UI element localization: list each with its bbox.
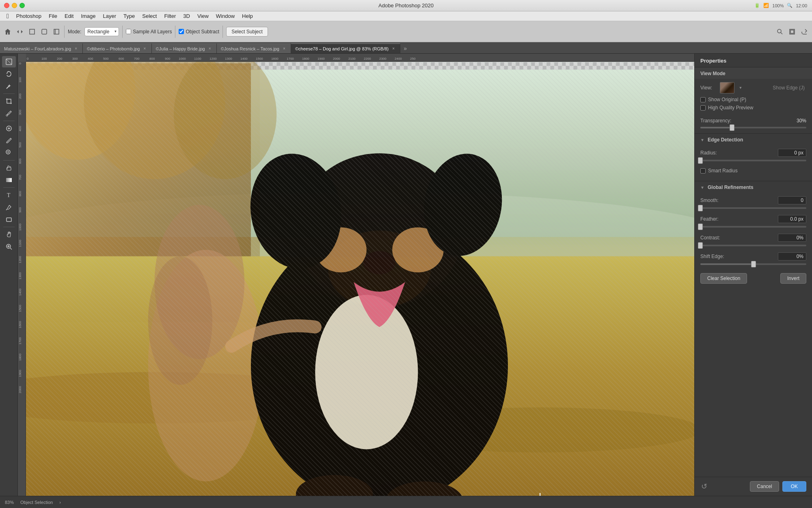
high-quality-checkbox[interactable]	[700, 105, 706, 111]
canvas-area[interactable]	[26, 62, 694, 496]
contrast-slider-container	[695, 245, 812, 251]
minimize-button[interactable]	[12, 3, 17, 8]
menu-3d[interactable]: 3D	[180, 12, 193, 20]
menu-filter[interactable]: Filter	[161, 12, 179, 20]
sample-layers-label[interactable]: Sample All Layers	[126, 29, 172, 35]
menu-image[interactable]: Image	[78, 12, 99, 20]
tab-1[interactable]: ©dtiberio – Photobomb.jpg ×	[83, 43, 151, 53]
tool-lasso[interactable]	[2, 68, 16, 80]
menu-file[interactable]: File	[45, 12, 60, 20]
tab-3-close[interactable]: ×	[282, 46, 287, 51]
traffic-lights[interactable]	[0, 3, 25, 8]
menu-select[interactable]: Select	[139, 12, 160, 20]
tab-3[interactable]: ©Joshua Resnick – Tacos.jpg ×	[217, 43, 291, 53]
radius-input[interactable]	[778, 149, 806, 157]
mode-select-wrapper[interactable]: Rectangle Lasso	[84, 27, 119, 36]
global-refinements-header[interactable]: ▼ Global Refinements	[695, 181, 812, 193]
tool-select1[interactable]	[28, 27, 37, 36]
tool-select2[interactable]	[40, 27, 49, 36]
tool-eraser[interactable]	[2, 162, 16, 174]
object-subtract-checkbox[interactable]	[179, 29, 184, 34]
tool-type[interactable]: T	[2, 189, 16, 201]
view-thumbnail[interactable]	[720, 82, 734, 93]
tab-1-close[interactable]: ×	[143, 46, 147, 51]
edge-detection-header[interactable]: ▼ Edge Detection	[695, 134, 812, 146]
high-quality-label: High Quality Preview	[708, 105, 753, 111]
menu-type[interactable]: Type	[120, 12, 138, 20]
tool-zoom[interactable]	[2, 241, 16, 252]
share-button[interactable]	[800, 27, 809, 36]
home-button[interactable]	[3, 27, 12, 36]
tab-2-close[interactable]: ×	[207, 46, 212, 51]
apple-menu[interactable]: 	[3, 13, 12, 20]
shift-edge-input[interactable]	[778, 252, 806, 261]
radius-slider-thumb[interactable]	[698, 157, 703, 164]
smooth-slider-track[interactable]	[700, 207, 806, 209]
tool-selection[interactable]	[2, 56, 16, 67]
tab-4-close[interactable]: ×	[391, 46, 396, 51]
frame-button[interactable]	[788, 27, 797, 36]
tab-4-active[interactable]: ©cheese78 – Dog and Girl.jpg @ 83% (RGB/…	[291, 43, 400, 53]
maximize-button[interactable]	[19, 3, 25, 8]
radius-row: Radius:	[695, 148, 812, 158]
tool-eyedropper[interactable]	[2, 108, 16, 119]
svg-point-38	[148, 256, 212, 385]
smooth-input[interactable]	[778, 196, 806, 204]
feather-slider-track[interactable]	[700, 226, 806, 228]
menu-window[interactable]: Window	[213, 12, 238, 20]
search-icon[interactable]: 🔍	[787, 3, 793, 8]
tool-crop[interactable]	[2, 96, 16, 107]
tool-hand[interactable]	[2, 229, 16, 240]
tab-0-close[interactable]: ×	[73, 46, 78, 51]
tabs-overflow-button[interactable]: »	[400, 43, 410, 53]
cancel-button[interactable]: Cancel	[750, 481, 779, 492]
tool-brush[interactable]	[2, 135, 16, 146]
tool-clone[interactable]	[2, 147, 16, 158]
tab-0[interactable]: Matuszewski – FourLabradors.jpg ×	[0, 43, 83, 53]
tool-gradient[interactable]	[2, 174, 16, 186]
mode-select[interactable]: Rectangle Lasso	[84, 27, 119, 36]
radius-slider-track[interactable]	[700, 160, 806, 161]
smart-radius-checkbox[interactable]	[700, 168, 706, 174]
radius-label: Radius:	[700, 150, 735, 156]
view-dropdown-arrow[interactable]: ▼	[738, 85, 743, 91]
tab-2[interactable]: ©Julia – Happy Bride.jpg ×	[152, 43, 217, 53]
ok-button[interactable]: OK	[782, 481, 806, 492]
contrast-input[interactable]	[778, 234, 806, 242]
clear-selection-button[interactable]: Clear Selection	[700, 273, 747, 284]
view-row: View: ▼ Show Edge (J)	[700, 82, 806, 93]
panel-footer: ↺ Cancel OK	[695, 477, 812, 496]
svg-line-5	[781, 33, 782, 34]
tool-wand[interactable]	[2, 80, 16, 92]
tool-spot-heal[interactable]	[2, 123, 16, 134]
show-original-row: Show Original (P)	[700, 97, 806, 102]
contrast-slider-track[interactable]	[700, 245, 806, 246]
contrast-slider-thumb[interactable]	[698, 242, 703, 249]
menu-edit[interactable]: Edit	[61, 12, 77, 20]
feather-input[interactable]	[778, 215, 806, 223]
search-toolbar-button[interactable]	[775, 27, 784, 36]
properties-title: Properties	[700, 58, 726, 64]
transparency-slider-thumb[interactable]	[730, 124, 734, 131]
shift-edge-slider-thumb[interactable]	[751, 261, 756, 267]
menu-photoshop[interactable]: Photoshop	[13, 12, 45, 20]
show-original-checkbox[interactable]	[700, 97, 706, 102]
tool-pen[interactable]	[2, 202, 16, 213]
smooth-slider-thumb[interactable]	[698, 205, 703, 211]
feather-slider-thumb[interactable]	[698, 224, 703, 230]
shift-edge-slider-track[interactable]	[700, 263, 806, 265]
close-button[interactable]	[4, 3, 9, 8]
object-subtract-label[interactable]: Object Subtract	[179, 29, 219, 35]
reset-button[interactable]: ↺	[700, 481, 708, 492]
select-subject-button[interactable]: Select Subject	[226, 27, 268, 37]
menu-view[interactable]: View	[194, 12, 212, 20]
menu-layer[interactable]: Layer	[100, 12, 120, 20]
tool-shape[interactable]	[2, 214, 16, 225]
transparency-slider-track[interactable]	[700, 127, 806, 128]
invert-button[interactable]: Invert	[780, 273, 806, 284]
sample-layers-checkbox[interactable]	[126, 29, 131, 34]
tool-select3[interactable]	[52, 27, 61, 36]
svg-point-45	[363, 251, 395, 274]
menu-help[interactable]: Help	[239, 12, 256, 20]
tool-move-button[interactable]	[15, 27, 24, 36]
